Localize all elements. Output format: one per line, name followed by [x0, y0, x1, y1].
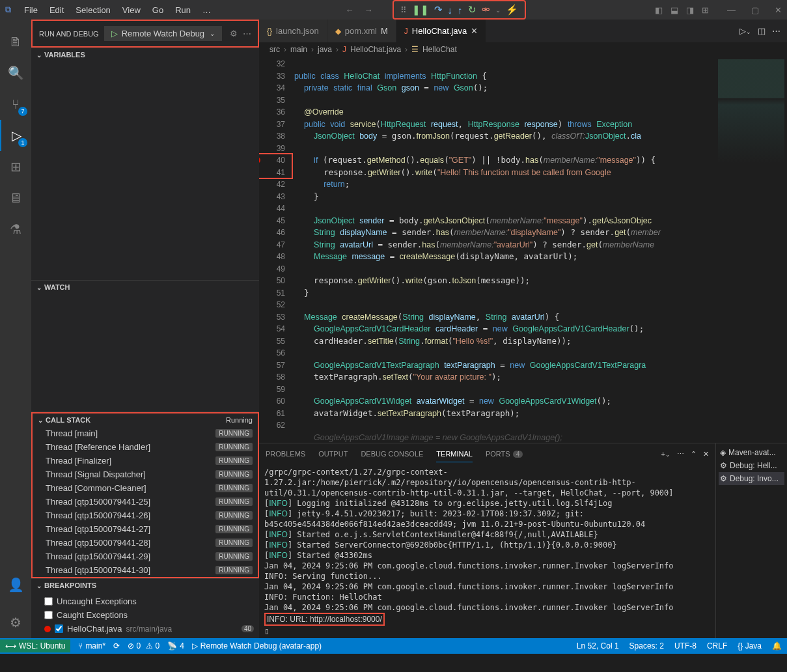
maximize-icon[interactable]: ▢ — [751, 5, 759, 15]
more-icon[interactable]: ⋯ — [677, 450, 684, 458]
eol[interactable]: CRLF — [707, 641, 727, 651]
layout-left-icon[interactable]: ◧ — [655, 5, 663, 15]
more-icon[interactable]: ⋯ — [772, 26, 780, 36]
editor-body[interactable]: 3233343536373839404142434445464748495051… — [259, 57, 787, 443]
panel-tab-terminal[interactable]: TERMINAL — [436, 446, 473, 462]
nav-forward-icon[interactable]: → — [365, 5, 373, 15]
breakpoint-checkbox[interactable] — [44, 597, 53, 606]
activity-bar: 🗎 🔍 ⑂7 ▷1 ⊞ 🖥 ⚗ 👤 ⚙ — [0, 20, 31, 638]
testing-icon[interactable]: ⚗ — [0, 214, 31, 245]
source-control-icon[interactable]: ⑂7 — [0, 89, 31, 120]
extensions-icon[interactable]: ⊞ — [0, 151, 31, 182]
thread-row[interactable]: Thread [Common-Cleaner]RUNNING — [33, 481, 258, 495]
pause-icon[interactable]: ❚❚ — [412, 4, 429, 16]
gutter[interactable]: 3233343536373839404142434445464748495051… — [259, 57, 294, 443]
step-into-icon[interactable]: ↓ — [448, 5, 453, 16]
disconnect-icon[interactable]: ⚮ — [482, 4, 490, 16]
split-editor-icon[interactable]: ◫ — [758, 26, 766, 36]
menu-go[interactable]: Go — [147, 3, 169, 18]
thread-row[interactable]: Thread [qtp1500079441-26]RUNNING — [33, 509, 258, 522]
thread-row[interactable]: Thread [qtp1500079441-30]RUNNING — [33, 563, 258, 577]
panel-tab-problems[interactable]: PROBLEMS — [266, 446, 305, 462]
close-tab-icon[interactable]: ✕ — [471, 26, 478, 36]
panel-tab-output[interactable]: OUTPUT — [318, 446, 348, 462]
debug-toolbar: ⠿ ❚❚ ↷ ↓ ↑ ↻ ⚮ ⌄ ⚡ — [393, 0, 526, 20]
editor-tab[interactable]: {}launch.json — [259, 20, 327, 42]
cursor-position[interactable]: Ln 52, Col 1 — [577, 641, 619, 651]
thread-row[interactable]: Thread [Reference Handler]RUNNING — [33, 440, 258, 454]
hot-reload-icon[interactable]: ⚡ — [506, 4, 518, 16]
remote-icon[interactable]: 🖥 — [0, 182, 31, 214]
step-out-icon[interactable]: ↑ — [458, 5, 463, 16]
watch-header[interactable]: ⌄ WATCH — [31, 281, 259, 294]
explorer-icon[interactable]: 🗎 — [0, 26, 31, 57]
sync-icon[interactable]: ⟳ — [113, 641, 120, 651]
close-icon[interactable]: ✕ — [775, 5, 782, 15]
grip-icon[interactable]: ⠿ — [400, 5, 407, 15]
language[interactable]: {} Java — [738, 641, 762, 651]
code-content[interactable]: public class HelloChat implements HttpFu… — [294, 57, 715, 443]
menu-run[interactable]: Run — [170, 3, 196, 18]
terminal-list-item[interactable]: ⚙Debug: Invo... — [719, 472, 784, 485]
accounts-icon[interactable]: 👤 — [0, 569, 31, 600]
callstack-header[interactable]: ⌄ CALL STACK Running — [33, 413, 258, 427]
editor-tab[interactable]: ◆pom.xml M — [327, 20, 396, 42]
nav-back-icon[interactable]: ← — [346, 5, 354, 15]
bell-icon[interactable]: 🔔 — [772, 641, 782, 651]
chevron-down-icon: ⌄ — [38, 417, 43, 424]
menu-file[interactable]: File — [19, 3, 43, 18]
menu-more[interactable]: … — [197, 3, 216, 18]
variables-header[interactable]: ⌄ VARIABLES — [31, 48, 259, 61]
gear-icon[interactable]: ⚙ — [230, 29, 238, 38]
editor-tab[interactable]: JHelloChat.java ✕ — [396, 20, 487, 42]
run-play-icon[interactable]: ▷⌄ — [739, 26, 751, 36]
menu-view[interactable]: View — [117, 3, 146, 18]
minimap[interactable] — [715, 57, 787, 443]
terminal-list-item[interactable]: ⚙Debug: Hell... — [719, 459, 784, 472]
layout-bottom-icon[interactable]: ⬓ — [670, 5, 678, 15]
close-panel-icon[interactable]: ✕ — [703, 450, 709, 458]
ports-count[interactable]: 📡 4 — [167, 641, 184, 651]
layout-grid-icon[interactable]: ⊞ — [702, 5, 709, 15]
panel-tab-ports[interactable]: PORTS4 — [486, 446, 523, 462]
new-terminal-icon[interactable]: +⌄ — [661, 450, 670, 458]
step-over-icon[interactable]: ↷ — [434, 4, 443, 16]
breakpoint-checkbox[interactable] — [44, 611, 53, 619]
terminal-list-item[interactable]: ◈Maven-avat... — [719, 446, 784, 459]
breakpoints-section: ⌄ BREAKPOINTS Uncaught ExceptionsCaught … — [31, 578, 259, 638]
thread-row[interactable]: Thread [qtp1500079441-25]RUNNING — [33, 495, 258, 509]
debug-status[interactable]: ▷ Remote Watch Debug (avatar-app) — [192, 641, 322, 651]
search-icon[interactable]: 🔍 — [0, 57, 31, 89]
menu-edit[interactable]: Edit — [44, 3, 69, 18]
breadcrumbs[interactable]: src› main› java› J HelloChat.java› ☰ Hel… — [259, 42, 787, 57]
remote-wsl[interactable]: ⟷ WSL: Ubuntu — [0, 639, 70, 652]
maximize-panel-icon[interactable]: ⌃ — [691, 450, 697, 458]
thread-row[interactable]: Thread [qtp1500079441-29]RUNNING — [33, 550, 258, 563]
minimize-icon[interactable]: — — [727, 5, 736, 15]
encoding[interactable]: UTF-8 — [674, 641, 697, 651]
layout-right-icon[interactable]: ◨ — [686, 5, 694, 15]
thread-row[interactable]: Thread [qtp1500079441-28]RUNNING — [33, 536, 258, 550]
menu-selection[interactable]: Selection — [70, 3, 115, 18]
breakpoint-checkbox[interactable] — [55, 624, 63, 633]
breakpoints-header[interactable]: ⌄ BREAKPOINTS — [31, 579, 259, 592]
breakpoint-row[interactable]: Uncaught Exceptions — [31, 595, 259, 608]
thread-row[interactable]: Thread [qtp1500079441-27]RUNNING — [33, 522, 258, 536]
watch-section: ⌄ WATCH — [31, 280, 259, 412]
restart-icon[interactable]: ↻ — [468, 4, 476, 16]
titlebar: ⧉ File Edit Selection View Go Run … ← → … — [0, 0, 787, 20]
spaces[interactable]: Spaces: 2 — [629, 641, 664, 651]
problems-count[interactable]: ⊘ 0 ⚠ 0 — [128, 641, 159, 651]
thread-row[interactable]: Thread [Finalizer]RUNNING — [33, 454, 258, 468]
settings-icon[interactable]: ⚙ — [0, 607, 31, 638]
thread-row[interactable]: Thread [main]RUNNING — [33, 427, 258, 440]
run-debug-icon[interactable]: ▷1 — [0, 120, 31, 151]
more-icon[interactable]: ⋯ — [243, 29, 251, 38]
breakpoint-row[interactable]: HelloChat.javasrc/main/java40 — [31, 622, 259, 636]
git-branch[interactable]: ⑂ main* — [78, 641, 105, 651]
panel-tab-debug-console[interactable]: DEBUG CONSOLE — [361, 446, 423, 462]
terminal-output[interactable]: /grpc/grpc-context/1.27.2/grpc-context-1… — [259, 464, 715, 638]
thread-row[interactable]: Thread [Signal Dispatcher]RUNNING — [33, 468, 258, 481]
breakpoint-row[interactable]: Caught Exceptions — [31, 608, 259, 622]
debug-config-select[interactable]: ▷ Remote Watch Debug ⌄ — [104, 26, 222, 41]
